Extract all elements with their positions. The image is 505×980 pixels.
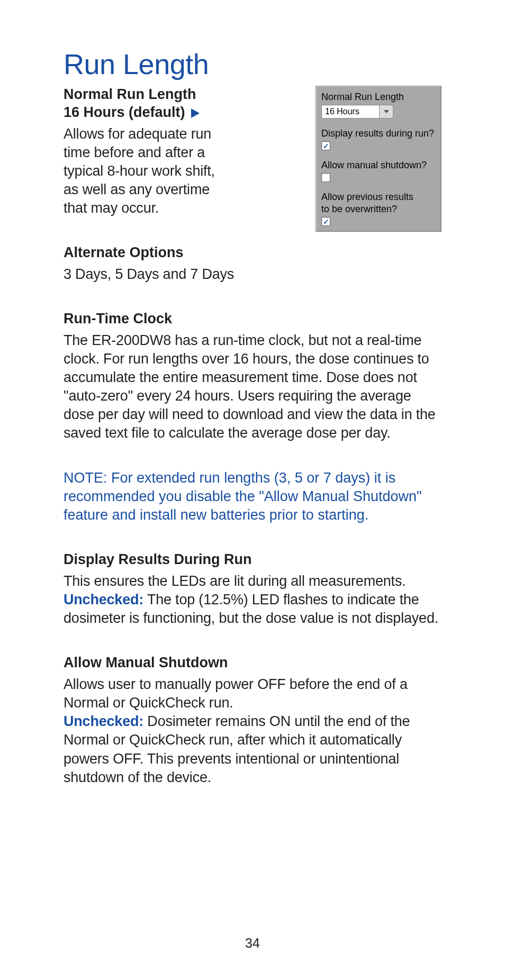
display-results-pre: This ensures the LEDs are lit during all… [64, 573, 406, 589]
alternate-options-body: 3 Days, 5 Days and 7 Days [64, 265, 441, 284]
triangle-right-icon [191, 108, 200, 118]
display-results-body: This ensures the LEDs are lit during all… [64, 572, 441, 628]
display-results-heading: Display Results During Run [64, 551, 441, 569]
allow-manual-pre: Allows user to manually power OFF before… [64, 676, 408, 711]
allow-manual-checkbox[interactable] [321, 173, 330, 182]
overwritten-checkbox[interactable] [321, 217, 330, 226]
unchecked-label-2: Unchecked: [64, 713, 143, 729]
display-results-checkbox[interactable] [321, 141, 330, 150]
allow-manual-body: Allows user to manually power OFF before… [64, 675, 441, 787]
normal-heading-line2: 16 Hours (default) [64, 104, 185, 120]
figure-label-overwritten-2: to be overwritten? [321, 204, 437, 215]
page-title: Run Length [64, 48, 441, 80]
figure-label-run-length: Normal Run Length [321, 92, 437, 103]
run-length-dropdown[interactable]: 16 Hours [321, 105, 393, 119]
settings-panel-screenshot: Normal Run Length 16 Hours Display resul… [315, 86, 441, 232]
figure-label-display-results: Display results during run? [321, 128, 437, 139]
runtime-clock-body: The ER-200DW8 has a run-time clock, but … [64, 331, 441, 443]
main-content: Normal Run Length 16 Hours Display resul… [64, 86, 441, 787]
chevron-down-icon[interactable] [379, 105, 393, 118]
dropdown-value: 16 Hours [322, 107, 379, 116]
figure-label-allow-manual: Allow manual shutdown? [321, 160, 437, 171]
figure-label-overwritten-1: Allow previous results [321, 192, 437, 203]
normal-heading-line1: Normal Run Length [64, 86, 196, 102]
note-text: NOTE: For extended run lengths (3, 5 or … [64, 469, 441, 524]
svg-marker-0 [384, 110, 389, 113]
alternate-options-heading: Alternate Options [64, 244, 441, 262]
runtime-clock-heading: Run-Time Clock [64, 310, 441, 328]
unchecked-label-1: Unchecked: [64, 592, 143, 607]
svg-marker-1 [191, 108, 200, 118]
allow-manual-heading: Allow Manual Shutdown [64, 654, 441, 672]
page-number: 34 [0, 936, 505, 951]
normal-run-body: Allows for adequate run time before and … [64, 125, 233, 217]
